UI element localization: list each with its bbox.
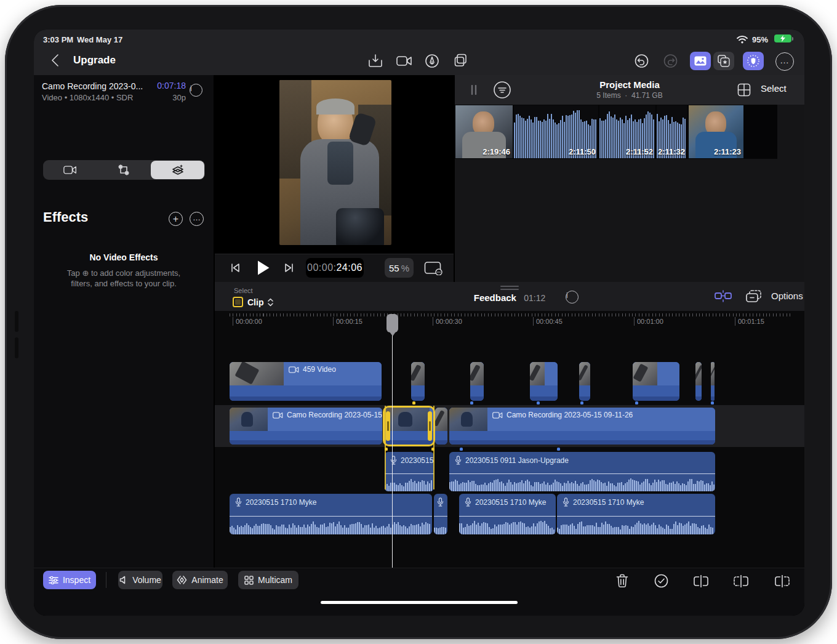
tab-transform[interactable] bbox=[97, 160, 150, 180]
clip-thumbnail bbox=[711, 362, 715, 385]
home-indicator[interactable] bbox=[321, 601, 518, 604]
media-item-audio[interactable]: 2:11:32 bbox=[657, 105, 687, 158]
audio-clip-20230515-1710-myke[interactable]: 20230515 1710 Myke bbox=[557, 494, 715, 534]
media-item-video[interactable]: 2:19:46 bbox=[455, 105, 513, 158]
media-item-duration: 2:11:23 bbox=[714, 147, 741, 156]
multicam-icon bbox=[244, 576, 254, 585]
volume-line[interactable] bbox=[449, 473, 715, 475]
volume-line[interactable] bbox=[434, 516, 447, 517]
wifi-icon bbox=[737, 36, 748, 44]
more-menu-button[interactable]: … bbox=[775, 52, 794, 71]
volume-line[interactable] bbox=[230, 516, 432, 517]
mug bbox=[336, 208, 384, 245]
multicam-button[interactable]: Multicam bbox=[238, 571, 298, 589]
viewer-video-frame bbox=[279, 80, 391, 245]
tab-effects[interactable] bbox=[151, 161, 204, 179]
add-effect-button[interactable]: + bbox=[169, 212, 183, 226]
video-clip[interactable] bbox=[411, 362, 425, 401]
delete-icon[interactable] bbox=[616, 574, 628, 588]
clip-thumbnail bbox=[530, 362, 545, 385]
playhead-handle[interactable] bbox=[386, 314, 398, 332]
timeline[interactable]: 00:00:0000:00:1500:00:3000:00:4500:01:00… bbox=[215, 311, 804, 568]
audio-clip[interactable] bbox=[434, 494, 447, 534]
photo-icon bbox=[694, 56, 707, 66]
info-icon[interactable]: i bbox=[190, 84, 202, 97]
battery-percent: 95% bbox=[752, 35, 768, 44]
trim-handle-left[interactable] bbox=[386, 411, 390, 441]
media-item-audio[interactable]: 2:11:50 bbox=[514, 105, 598, 158]
star-clip-icon bbox=[718, 55, 730, 67]
animate-button[interactable]: Animate bbox=[172, 571, 228, 589]
clip-label: Camo Recording 2023-05-15 09 bbox=[273, 411, 382, 419]
snapping-icon[interactable] bbox=[715, 290, 732, 302]
media-item-duration: 2:11:50 bbox=[569, 147, 596, 156]
back-icon[interactable] bbox=[51, 54, 59, 66]
inspect-button[interactable]: Inspect bbox=[43, 571, 96, 589]
clip-meta: Video • 1080x1440 • SDR bbox=[42, 93, 133, 102]
video-clip[interactable] bbox=[711, 362, 715, 401]
trim-right-icon[interactable] bbox=[774, 575, 791, 587]
trim-handle-right[interactable] bbox=[428, 411, 432, 441]
masking-button[interactable] bbox=[743, 52, 764, 70]
project-info-icon[interactable]: i bbox=[566, 291, 579, 304]
media-item-duration: 2:19:46 bbox=[483, 147, 510, 156]
import-icon[interactable] bbox=[369, 54, 382, 67]
media-item-duration: 2:11:32 bbox=[658, 147, 685, 156]
media-browser-button[interactable] bbox=[690, 52, 711, 70]
pencil-tools-icon[interactable] bbox=[425, 54, 439, 68]
playhead-line bbox=[392, 314, 393, 568]
video-clip[interactable] bbox=[633, 362, 679, 401]
clip-thumbnail bbox=[633, 362, 657, 385]
volume-button-toolbar[interactable]: Volume bbox=[118, 571, 162, 589]
trim-left-icon[interactable] bbox=[732, 575, 750, 587]
audio-clip-20230515-1710-myke[interactable]: 20230515 1710 Myke bbox=[230, 494, 432, 534]
selection-guide-line bbox=[385, 406, 386, 489]
effects-more-button[interactable]: … bbox=[190, 212, 204, 226]
clip-label: 20230515 bbox=[390, 456, 433, 465]
volume-button bbox=[15, 337, 18, 358]
grid-view-icon[interactable] bbox=[737, 83, 751, 97]
approve-icon[interactable] bbox=[654, 574, 668, 588]
media-item-duration: 2:11:52 bbox=[626, 147, 653, 156]
media-select-button[interactable]: Select bbox=[761, 83, 787, 94]
camera-icon[interactable] bbox=[396, 56, 412, 66]
undo-icon[interactable] bbox=[635, 54, 649, 68]
play-button[interactable] bbox=[257, 260, 270, 276]
no-effects-hint: Tap ⊕ to add color adjustments,filters, … bbox=[34, 268, 214, 289]
redo-icon[interactable] bbox=[663, 54, 678, 68]
viewer-display-options-button[interactable] bbox=[424, 260, 443, 275]
clip-thumbnail bbox=[230, 408, 268, 431]
clip-label: 20230515 0911 Jason-Upgrade bbox=[455, 456, 569, 465]
titles-effects-button[interactable] bbox=[713, 52, 734, 70]
video-clip[interactable] bbox=[695, 362, 702, 401]
timecode-display: 00:00:24:06 bbox=[306, 258, 364, 278]
tab-video[interactable] bbox=[43, 160, 97, 180]
connection-marker bbox=[557, 448, 560, 451]
audio-clip-20230515-0911-jason-upgrade[interactable]: 20230515 0911 Jason-Upgrade bbox=[449, 452, 715, 491]
placement-mode-icon[interactable] bbox=[745, 289, 763, 304]
zoom-level-button[interactable]: 55% bbox=[385, 258, 414, 278]
next-frame-button[interactable] bbox=[284, 263, 294, 273]
timeline-drag-handle[interactable] bbox=[500, 286, 519, 290]
volume-line[interactable] bbox=[557, 516, 715, 517]
share-icon[interactable] bbox=[454, 54, 469, 68]
volume-line[interactable] bbox=[459, 516, 556, 517]
clip-label: 20230515 1710 Myke bbox=[465, 497, 546, 507]
split-clip-icon[interactable] bbox=[692, 575, 710, 587]
video-clip-camo-recording-2023-05-15-09-11-26[interactable]: Camo Recording 2023-05-15 09-11-26 bbox=[449, 408, 715, 445]
video-clip[interactable] bbox=[579, 362, 590, 401]
audio-clip-20230515-1710-myke[interactable]: 20230515 1710 Myke bbox=[459, 494, 556, 534]
media-item-audio[interactable]: 2:11:52 bbox=[599, 105, 655, 158]
media-item-video[interactable]: 2:11:23 bbox=[689, 105, 743, 158]
battery-icon bbox=[774, 34, 791, 42]
video-clip[interactable] bbox=[530, 362, 558, 401]
clip-thumbnail bbox=[411, 362, 425, 385]
video-clip-camo-recording-2023-05-15-09[interactable]: Camo Recording 2023-05-15 09 bbox=[230, 408, 382, 445]
previous-frame-button[interactable] bbox=[231, 263, 241, 273]
options-button[interactable]: Options bbox=[771, 291, 804, 301]
video-clip[interactable] bbox=[435, 408, 447, 445]
video-clip[interactable] bbox=[470, 362, 484, 401]
clip-thumbnail bbox=[435, 408, 447, 431]
video-clip-459-video[interactable]: 459 Video bbox=[230, 362, 382, 401]
mask-shield-icon bbox=[747, 54, 760, 68]
